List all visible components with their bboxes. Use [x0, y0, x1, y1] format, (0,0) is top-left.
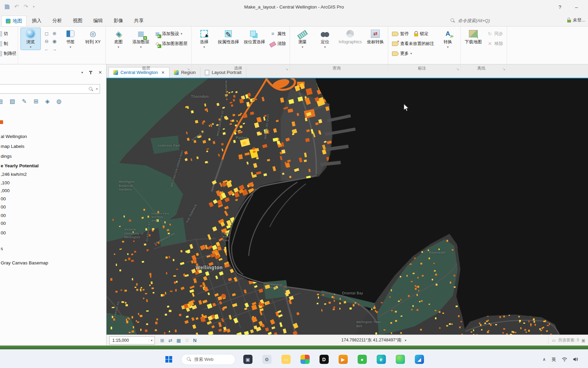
coordinate-conversion-button[interactable]: ⇄ 坐标转换	[365, 28, 385, 46]
taskbar-search[interactable]: 搜索 Web	[181, 354, 235, 365]
contents-search-input[interactable]	[0, 87, 86, 92]
legend-item[interactable]: s	[1, 238, 106, 259]
add-data-button[interactable]: ▦ 添加数据 ▾	[131, 28, 151, 50]
taskbar-app-button[interactable]: ▣	[241, 352, 255, 367]
next-extent-icon[interactable]: →	[51, 46, 58, 52]
labeling-dialog-launcher-icon[interactable]: ↘	[456, 67, 459, 71]
explore-dropdown-icon[interactable]: ▾	[30, 46, 32, 49]
legend-item[interactable]: e Yearly Potential	[1, 161, 106, 170]
legend-item[interactable]: al Wellington	[1, 131, 106, 141]
fixed-zoom-out-icon[interactable]: ⊖	[43, 38, 50, 45]
previous-extent-icon[interactable]: ←	[43, 46, 50, 52]
clipboard-button-fragment[interactable]: 制路径	[0, 49, 18, 58]
convert-labels-button[interactable]: A 转换 ▾	[438, 28, 458, 50]
taskbar-app-button[interactable]	[393, 352, 407, 367]
snap-grid-icon[interactable]: ⁙	[185, 338, 189, 343]
goto-xy-button[interactable]: ◎ 转到 XY	[83, 28, 103, 46]
pane-menu-chevron-icon[interactable]: ▾	[81, 71, 83, 74]
minimize-button[interactable]: –	[575, 4, 578, 10]
pause-labeling-button[interactable]: 暂停	[391, 29, 410, 38]
locate-button[interactable]: 定位 ▾	[315, 28, 335, 50]
basemap-button[interactable]: ◈ 底图 ▾	[109, 28, 128, 50]
tray-chevron-icon[interactable]: ∧	[542, 357, 546, 362]
full-extent-icon[interactable]: ◻	[43, 30, 50, 37]
select-by-location-button[interactable]: 按位置选择	[243, 28, 266, 46]
legend-item[interactable]: ,100	[1, 179, 106, 187]
legend-item[interactable]: Gray Canvas Basemap	[1, 259, 106, 267]
taskbar-app-button[interactable]	[298, 352, 312, 367]
taskbar-app-button[interactable]: e	[374, 352, 388, 367]
clip-extent-icon[interactable]: ◉	[51, 38, 58, 45]
legend-item[interactable]: ,246 kwh/m2	[1, 170, 106, 179]
account-status[interactable]: 未登...	[567, 17, 585, 23]
taskbar-app-button[interactable]: ▶	[336, 352, 350, 367]
list-by-source-icon[interactable]: ▧	[10, 98, 15, 105]
north-arrow-icon[interactable]: N	[193, 338, 196, 343]
list-by-drawing-order-icon[interactable]: ▤	[0, 98, 3, 105]
offline-dialog-launcher-icon[interactable]: ↘	[503, 67, 505, 71]
measure-button[interactable]: 测量 ▾	[293, 28, 312, 50]
map-canvas[interactable]	[107, 78, 588, 335]
contents-search-chevron-icon[interactable]: ▾	[96, 87, 98, 91]
tab-map[interactable]: 地图	[1, 16, 27, 26]
bookmarks-button[interactable]: 书签 ▾	[61, 28, 80, 50]
wifi-icon[interactable]	[562, 357, 567, 362]
tab-analysis[interactable]: 分析	[47, 15, 67, 26]
customize-qat-chevron-icon[interactable]: ▾	[33, 5, 35, 9]
coords-chevron-icon[interactable]: ▾	[405, 339, 407, 342]
clear-selection-button[interactable]: 清除	[269, 39, 287, 48]
more-labeling-button[interactable]: 更多▾	[391, 49, 435, 58]
taskbar-app-button[interactable]: ▭	[279, 352, 293, 367]
labeling-view-icon[interactable]: ◈	[45, 98, 50, 105]
pane-close-icon[interactable]: ✕	[98, 70, 102, 75]
legend-item[interactable]: 00	[1, 203, 106, 211]
selection-dialog-launcher-icon[interactable]: ↘	[285, 67, 288, 71]
legend-item[interactable]: 00	[1, 195, 106, 203]
pane-pin-icon[interactable]	[90, 71, 91, 74]
legend-item[interactable]: 00	[1, 219, 106, 227]
scale-selector[interactable]: 1:15,000 ▾	[109, 336, 155, 344]
layer-dialog-launcher-icon[interactable]: ↘	[187, 67, 190, 71]
legend-item[interactable]: dings	[1, 151, 106, 161]
lock-labels-button[interactable]: 锁定	[413, 29, 429, 38]
clipboard-button-fragment[interactable]: 切	[0, 29, 18, 38]
attributes-button[interactable]: ≡ 属性	[269, 29, 287, 38]
view-unplaced-labels-button[interactable]: 查看未放置的标注	[391, 39, 435, 48]
ime-indicator[interactable]: 英	[552, 356, 556, 363]
tab-share[interactable]: 共享	[129, 15, 149, 26]
swap-extent-icon[interactable]: ⇄	[168, 338, 173, 343]
status-extra-icon[interactable]: ▣	[582, 338, 585, 343]
symbology-view-icon[interactable]: ◍	[56, 98, 62, 105]
taskbar-app-button[interactable]: ●	[355, 352, 369, 367]
command-search[interactable]	[451, 18, 513, 24]
tab-insert[interactable]: 插入	[27, 15, 47, 26]
clipboard-button-fragment[interactable]: 制	[0, 39, 18, 48]
taskbar-app-button[interactable]: D	[317, 352, 331, 367]
tab-edit[interactable]: 编辑	[88, 15, 108, 26]
redo-icon[interactable]: ↷	[23, 4, 28, 10]
taskbar-app-button[interactable]: ◢	[412, 352, 426, 367]
legend-item[interactable]: 00	[1, 211, 106, 219]
legend-item[interactable]: map Labels	[1, 141, 106, 151]
help-button[interactable]: ?	[558, 4, 561, 10]
legend-item[interactable]: 00	[1, 227, 106, 238]
save-icon[interactable]	[5, 4, 10, 9]
explore-button[interactable]: 浏览 ▾	[21, 28, 40, 50]
tab-imagery[interactable]: 影像	[108, 15, 129, 26]
legend-item[interactable]: ,000	[1, 187, 106, 195]
tab-view[interactable]: 视图	[67, 15, 88, 26]
download-map-button[interactable]: 下载地图	[463, 28, 483, 46]
undo-icon[interactable]: ↶	[14, 4, 19, 10]
add-preset-button[interactable]: ▦ 添加预设▾	[153, 29, 189, 38]
select-button[interactable]: 选择 ▾	[194, 28, 214, 50]
extent-indicator-icon[interactable]: ⊞	[160, 338, 164, 343]
command-search-input[interactable]	[457, 18, 513, 24]
add-graphics-layer-button[interactable]: ◇ 添加图形图层	[153, 39, 189, 48]
add-table-icon[interactable]: ⊞	[33, 98, 38, 105]
start-button[interactable]	[162, 352, 176, 367]
edit-features-icon[interactable]: ✎	[22, 98, 27, 105]
volume-icon[interactable]	[573, 357, 578, 362]
select-by-attributes-button[interactable]: ✎ 按属性选择	[217, 28, 240, 46]
contents-search-box[interactable]: ▾	[0, 84, 100, 94]
grid-icon[interactable]: ▦	[176, 338, 181, 343]
